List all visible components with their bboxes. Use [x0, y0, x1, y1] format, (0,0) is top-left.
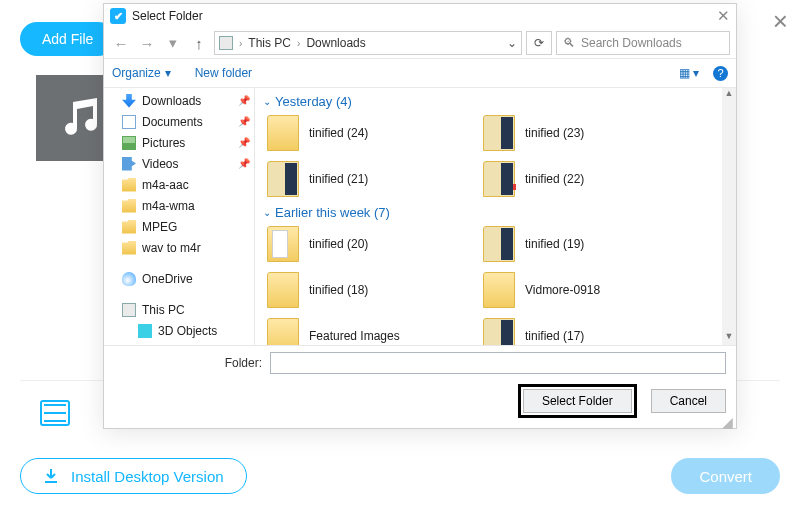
- tree-item[interactable]: Documents📌: [104, 111, 254, 132]
- view-options-button[interactable]: ▦ ▾: [679, 66, 699, 80]
- chevron-down-icon[interactable]: ⌄: [507, 36, 517, 50]
- fol-icon: [122, 241, 136, 255]
- folder-name: tinified (23): [525, 126, 584, 140]
- folder-icon: [267, 226, 299, 262]
- onedrive-icon: [122, 272, 136, 286]
- fol-icon: [122, 199, 136, 213]
- folder-item[interactable]: tinified (19): [483, 224, 683, 264]
- folder-icon: [267, 272, 299, 308]
- chevron-right-icon: ›: [297, 38, 300, 49]
- tree-item[interactable]: Downloads📌: [104, 90, 254, 111]
- dialog-footer: Folder: Select Folder Cancel: [104, 345, 736, 428]
- vid-icon: [122, 157, 136, 171]
- dialog-titlebar: ✔ Select Folder ✕: [104, 4, 736, 28]
- download-icon: [43, 468, 59, 484]
- folder-item[interactable]: tinified (23): [483, 113, 683, 153]
- select-folder-button[interactable]: Select Folder: [523, 389, 632, 413]
- scroll-down-icon[interactable]: ▼: [725, 331, 734, 345]
- chevron-down-icon: ⌄: [263, 207, 271, 218]
- tree-item[interactable]: MPEG: [104, 216, 254, 237]
- close-icon[interactable]: ✕: [717, 7, 730, 25]
- folder-name: Vidmore-0918: [525, 283, 600, 297]
- fol-icon: [122, 220, 136, 234]
- clip-icon[interactable]: [40, 400, 70, 426]
- tree-item[interactable]: Videos📌: [104, 153, 254, 174]
- recent-dropdown[interactable]: ▾: [162, 32, 184, 54]
- help-icon[interactable]: ?: [713, 66, 728, 81]
- folder-icon: [267, 318, 299, 345]
- pin-icon: 📌: [238, 116, 250, 127]
- select-folder-dialog: ✔ Select Folder ✕ ← → ▾ ↑ › This PC › Do…: [103, 3, 737, 429]
- folder-item[interactable]: tinified (24): [267, 113, 467, 153]
- music-icon: [59, 98, 103, 138]
- folder-icon: [483, 115, 515, 151]
- tree-item[interactable]: 3D Objects: [104, 320, 254, 341]
- nav-tree[interactable]: Downloads📌Documents📌Pictures📌Videos📌m4a-…: [104, 88, 255, 345]
- scroll-up-icon[interactable]: ▲: [725, 88, 734, 102]
- breadcrumb[interactable]: › This PC › Downloads ⌄: [214, 31, 522, 55]
- pin-icon: 📌: [238, 137, 250, 148]
- folder-icon: [483, 318, 515, 345]
- folder-name: tinified (21): [309, 172, 368, 186]
- refresh-button[interactable]: ⟳: [526, 31, 552, 55]
- folder-icon: [483, 226, 515, 262]
- cube-icon: [138, 324, 152, 338]
- folder-icon: [267, 161, 299, 197]
- folder-item[interactable]: tinified (21): [267, 159, 467, 199]
- breadcrumb-current[interactable]: Downloads: [306, 36, 365, 50]
- folder-name: tinified (19): [525, 237, 584, 251]
- breadcrumb-root[interactable]: This PC: [248, 36, 291, 50]
- select-folder-highlight: Select Folder: [518, 384, 637, 418]
- organize-menu[interactable]: Organize▾: [112, 66, 171, 80]
- install-desktop-button[interactable]: Install Desktop Version: [20, 458, 247, 494]
- folder-name: Featured Images: [309, 329, 400, 343]
- folder-item[interactable]: Featured Images: [267, 316, 467, 345]
- tree-item[interactable]: m4a-wma: [104, 195, 254, 216]
- pc-icon: [122, 303, 136, 317]
- chevron-down-icon: ⌄: [263, 96, 271, 107]
- tree-item[interactable]: wav to m4r: [104, 237, 254, 258]
- app-badge-icon: ✔: [110, 8, 126, 24]
- toolbar: Organize▾ New folder ▦ ▾ ?: [104, 58, 736, 88]
- pc-icon: [219, 36, 233, 50]
- search-input[interactable]: 🔍︎ Search Downloads: [556, 31, 730, 55]
- search-icon: 🔍︎: [563, 36, 575, 50]
- pic-icon: [122, 136, 136, 150]
- dialog-title: Select Folder: [132, 9, 203, 23]
- search-placeholder: Search Downloads: [581, 36, 682, 50]
- tree-item[interactable]: m4a-aac: [104, 174, 254, 195]
- file-pane: ⌄ Yesterday (4)tinified (24)tinified (23…: [255, 88, 736, 345]
- resize-grip-icon[interactable]: ◢: [722, 414, 734, 426]
- cancel-button[interactable]: Cancel: [651, 389, 726, 413]
- chevron-down-icon: ▾: [165, 66, 171, 80]
- folder-item[interactable]: Vidmore-0918: [483, 270, 683, 310]
- forward-button[interactable]: →: [136, 32, 158, 54]
- nav-row: ← → ▾ ↑ › This PC › Downloads ⌄ ⟳ 🔍︎ Sea…: [104, 28, 736, 58]
- tree-item[interactable]: Pictures📌: [104, 132, 254, 153]
- convert-button[interactable]: Convert: [671, 458, 780, 494]
- tree-onedrive[interactable]: OneDrive: [104, 268, 254, 289]
- pin-icon: 📌: [238, 95, 250, 106]
- scrollbar[interactable]: ▲ ▼: [722, 88, 736, 345]
- folder-icon: [483, 161, 515, 197]
- app-close-icon[interactable]: ×: [773, 6, 788, 37]
- folder-item[interactable]: tinified (22): [483, 159, 683, 199]
- folder-item[interactable]: tinified (18): [267, 270, 467, 310]
- back-button[interactable]: ←: [110, 32, 132, 54]
- group-header[interactable]: ⌄ Yesterday (4): [257, 88, 722, 113]
- folder-input[interactable]: [270, 352, 726, 374]
- folder-name: tinified (22): [525, 172, 584, 186]
- doc-icon: [122, 115, 136, 129]
- new-folder-button[interactable]: New folder: [195, 66, 252, 80]
- tree-thispc[interactable]: This PC: [104, 299, 254, 320]
- folder-name: tinified (18): [309, 283, 368, 297]
- dl-icon: [122, 94, 136, 108]
- folder-icon: [267, 115, 299, 151]
- chevron-right-icon: ›: [239, 38, 242, 49]
- folder-icon: [483, 272, 515, 308]
- folder-item[interactable]: tinified (20): [267, 224, 467, 264]
- add-file-button[interactable]: Add File: [20, 22, 115, 56]
- group-header[interactable]: ⌄ Earlier this week (7): [257, 199, 722, 224]
- up-button[interactable]: ↑: [188, 32, 210, 54]
- folder-item[interactable]: tinified (17): [483, 316, 683, 345]
